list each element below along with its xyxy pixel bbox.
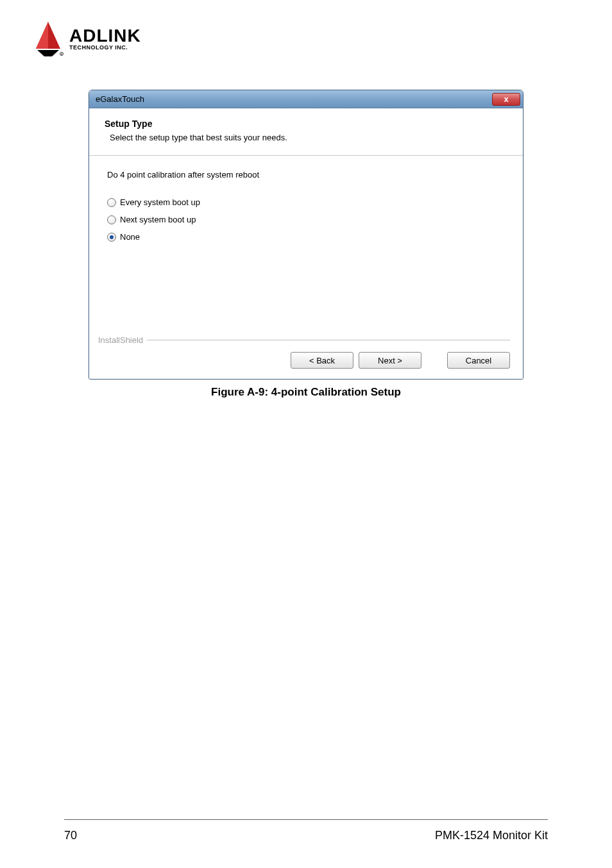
brand-logo: R ADLINK TECHNOLOGY INC. [32,19,580,58]
installer-dialog: eGalaxTouch x Setup Type Select the setu… [89,90,523,380]
radio-label: Every system boot up [120,197,200,207]
radio-label: None [120,232,140,242]
close-button[interactable]: x [492,93,520,106]
radio-option-next-boot[interactable]: Next system boot up [107,215,505,224]
figure-caption: Figure A-9: 4-point Calibration Setup [211,386,401,399]
back-button[interactable]: < Back [291,352,353,369]
titlebar: eGalaxTouch x [89,90,523,108]
page-number: 70 [64,829,77,842]
radio-option-every-boot[interactable]: Every system boot up [107,197,505,207]
setup-title: Setup Type [105,119,507,129]
radio-selected-dot [110,235,114,239]
radio-icon [107,215,116,224]
close-icon: x [504,94,508,104]
installshield-label: InstallShield [98,335,147,345]
setup-content: Do 4 point calibration after system rebo… [89,156,523,335]
cancel-button[interactable]: Cancel [447,352,510,369]
installshield-divider: InstallShield [98,335,510,344]
brand-subtitle: TECHNOLOGY INC. [69,45,141,51]
cancel-button-label: Cancel [466,356,491,365]
brand-name: ADLINK [69,27,141,45]
document-title: PMK-1524 Monitor Kit [435,829,548,842]
radio-option-none[interactable]: None [107,232,505,242]
button-row: < Back Next > Cancel [98,352,510,369]
window-title: eGalaxTouch [96,94,144,104]
divider-line [98,340,510,340]
calibration-radio-group: Every system boot up Next system boot up… [107,197,505,242]
footer-row: 70 PMK-1524 Monitor Kit [64,829,548,842]
footer-divider [64,819,548,820]
next-button[interactable]: Next > [359,352,421,369]
setup-description: Select the setup type that best suits yo… [110,133,507,142]
page-footer: 70 PMK-1524 Monitor Kit [0,819,612,842]
brand-text: ADLINK TECHNOLOGY INC. [69,27,141,51]
setup-header: Setup Type Select the setup type that be… [89,108,523,156]
next-button-label: Next > [378,356,402,365]
radio-label: Next system boot up [120,215,196,224]
dialog-body: Setup Type Select the setup type that be… [89,108,523,379]
radio-icon [107,198,116,207]
back-button-label: < Back [309,356,335,365]
calibration-instruction: Do 4 point calibration after system rebo… [107,170,505,179]
svg-marker-1 [36,22,48,49]
dialog-footer: InstallShield < Back Next > Cancel [89,335,523,379]
adlink-logo-icon: R [32,19,64,58]
radio-icon [107,233,116,242]
figure-container: eGalaxTouch x Setup Type Select the setu… [32,90,580,399]
